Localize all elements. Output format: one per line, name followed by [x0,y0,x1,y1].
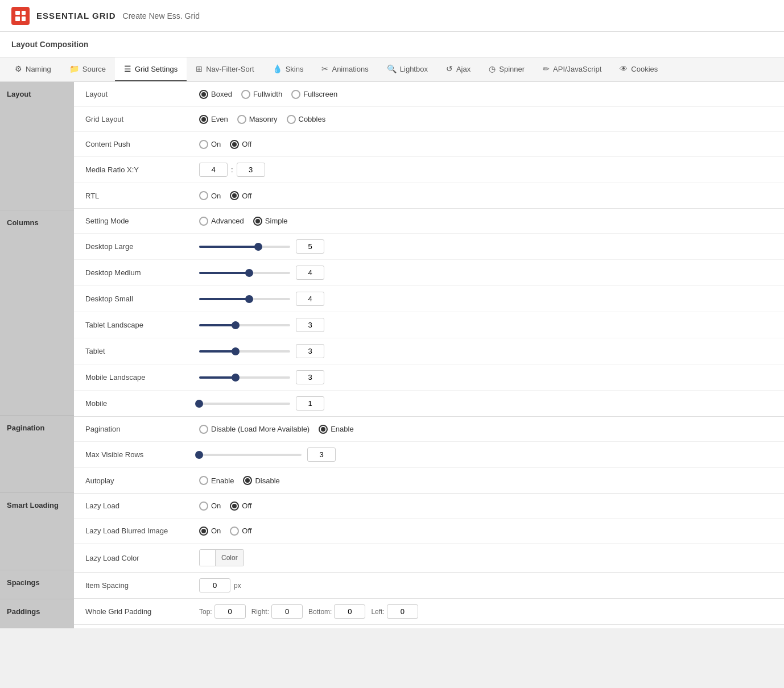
pagination-row: Pagination Disable (Load More Available)… [74,417,784,442]
autoplay-enable-option[interactable]: Enable [199,476,234,485]
setting-mode-simple-radio[interactable] [253,217,262,226]
sidebar-label-paddings: Paddings [7,607,40,616]
setting-mode-advanced-option[interactable]: Advanced [199,217,244,226]
desktop-medium-thumb[interactable] [245,269,253,277]
max-visible-rows-thumb[interactable] [195,451,203,459]
lazy-load-off-radio[interactable] [230,502,239,511]
content-push-on-radio[interactable] [199,140,208,149]
tab-skins[interactable]: 💧 Skins [263,57,313,81]
lazy-load-blurred-off-radio[interactable] [230,527,239,536]
desktop-large-input[interactable] [296,239,324,254]
padding-bottom-input[interactable] [334,604,365,619]
tablet-slider-group [199,344,324,358]
pagination-disable-option[interactable]: Disable (Load More Available) [199,425,310,434]
desktop-small-thumb[interactable] [245,295,253,303]
layout-fullwidth-radio[interactable] [241,90,250,99]
setting-mode-advanced-radio[interactable] [199,217,208,226]
mobile-landscape-input[interactable] [296,370,324,384]
media-ratio-y-input[interactable] [237,163,265,177]
item-spacing-control: px [199,578,241,592]
grid-layout-masonry-option[interactable]: Masonry [237,115,278,124]
tablet-thumb[interactable] [232,347,240,355]
content-push-off-radio[interactable] [230,140,239,149]
desktop-medium-input[interactable] [296,266,324,280]
autoplay-disable-option[interactable]: Disable [243,476,279,485]
sidebar-label-columns: Columns [7,218,39,227]
autoplay-disable-radio[interactable] [243,476,252,485]
tablet-landscape-track [199,324,290,326]
pagination-disable-radio[interactable] [199,425,208,434]
tab-api-js[interactable]: ✏ API/JavaScript [534,57,610,81]
media-ratio-x-input[interactable] [199,163,228,177]
desktop-medium-fill [199,272,249,274]
tab-ajax[interactable]: ↺ Ajax [437,57,480,81]
desktop-medium-slider-group [199,266,324,280]
padding-left-input[interactable] [387,604,418,619]
lazy-load-off-option[interactable]: Off [230,502,251,511]
layout-fullscreen-option[interactable]: Fullscreen [291,90,337,99]
lazy-load-on-radio[interactable] [199,502,208,511]
setting-mode-simple-option[interactable]: Simple [253,217,288,226]
tab-naming[interactable]: ⚙ Naming [6,57,60,81]
mobile-slider-group [199,396,324,411]
content-push-on-option[interactable]: On [199,140,221,149]
grid-settings-icon: ☰ [124,64,131,73]
autoplay-radio-group: Enable Disable [199,476,280,485]
tab-animations[interactable]: ✂ Animations [312,57,377,81]
content-push-off-option[interactable]: Off [230,140,251,149]
desktop-large-row: Desktop Large [74,234,784,260]
desktop-small-track [199,298,290,300]
padding-top-input[interactable] [214,604,246,619]
tab-cookies[interactable]: 👁 Cookies [610,57,667,81]
tablet-landscape-thumb[interactable] [232,321,240,329]
lazy-load-on-option[interactable]: On [199,502,221,511]
rtl-off-radio[interactable] [230,191,239,200]
tablet-input[interactable] [296,344,324,358]
mobile-label: Mobile [85,399,199,408]
app-header: ESSENTIAL GRID Create New Ess. Grid [0,0,784,32]
grid-layout-even-radio[interactable] [199,115,208,124]
grid-layout-cobbles-radio[interactable] [287,115,296,124]
color-picker-button[interactable]: Color [199,549,244,566]
tablet-landscape-input[interactable] [296,318,324,332]
desktop-large-thumb[interactable] [254,243,262,251]
max-visible-rows-input[interactable] [307,447,336,462]
mobile-input[interactable] [296,396,324,411]
padding-right-input[interactable] [271,604,303,619]
grid-layout-cobbles-option[interactable]: Cobbles [287,115,326,124]
tab-grid-settings[interactable]: ☰ Grid Settings [115,57,187,81]
sidebar-label-pagination: Pagination [7,424,44,432]
lazy-load-blurred-off-option[interactable]: Off [230,527,251,536]
mobile-landscape-label: Mobile Landscape [85,373,199,382]
layout-fullscreen-radio[interactable] [291,90,300,99]
rtl-off-option[interactable]: Off [230,191,251,200]
item-spacing-unit: px [234,582,241,590]
layout-fullwidth-option[interactable]: Fullwidth [241,90,282,99]
rtl-on-radio[interactable] [199,191,208,200]
mobile-thumb[interactable] [195,400,203,408]
grid-layout-even-option[interactable]: Even [199,115,228,124]
lazy-load-blurred-on-radio[interactable] [199,527,208,536]
pagination-enable-option[interactable]: Enable [319,425,353,434]
autoplay-enable-radio[interactable] [199,476,208,485]
layout-section: Layout Boxed Fullwidth Fullscreen [74,82,784,209]
layout-boxed-option[interactable]: Boxed [199,90,232,99]
grid-layout-masonry-radio[interactable] [237,115,246,124]
tablet-landscape-row: Tablet Landscape [74,312,784,338]
tablet-fill [199,350,236,353]
tab-lightbox[interactable]: 🔍 Lightbox [378,57,437,81]
tab-spinner[interactable]: ◷ Spinner [480,57,534,81]
lazy-load-label: Lazy Load [85,502,199,510]
tab-source[interactable]: 📁 Source [60,57,115,81]
rtl-on-option[interactable]: On [199,191,221,200]
mobile-landscape-thumb[interactable] [232,374,240,382]
pagination-enable-radio[interactable] [319,425,328,434]
item-spacing-input[interactable] [199,578,230,592]
setting-mode-row: Setting Mode Advanced Simple [74,209,784,234]
lazy-load-blurred-on-option[interactable]: On [199,527,221,536]
desktop-small-input[interactable] [296,292,324,306]
tab-nav-filter-sort[interactable]: ⊞ Nav-Filter-Sort [187,57,263,81]
smart-loading-section: Lazy Load On Off Lazy Load Blurred Image [74,494,784,573]
color-btn-label: Color [216,550,244,566]
layout-boxed-radio[interactable] [199,90,208,99]
